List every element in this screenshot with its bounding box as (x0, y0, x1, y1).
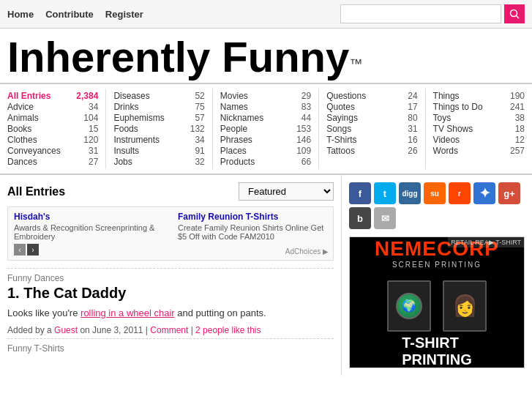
entry-body-post: and putting on pants. (175, 307, 266, 318)
cat-videos: Videos12 (433, 135, 525, 145)
entry-1-category: Funny Dances (7, 273, 334, 283)
entry-1: Funny Dances 1. The Cat Daddy Looks like… (7, 268, 334, 335)
entries-section-title: All Entries (7, 185, 65, 198)
cat-tshirts: T-Shirts16 (326, 135, 417, 145)
cat-words: Words257 (433, 146, 525, 156)
social-reddit[interactable]: r (449, 182, 471, 204)
ad-link-2[interactable]: Family Reunion T-Shirts (178, 212, 278, 222)
sort-dropdown[interactable]: Featured (239, 182, 334, 201)
cat-products: Products66 (220, 157, 311, 167)
social-facebook[interactable]: f (349, 182, 371, 204)
cat-names: Names83 (220, 102, 311, 112)
cat-clothes: Clothes120 (7, 135, 98, 145)
cat-movies: Movies29 (220, 91, 311, 101)
social-delicious[interactable]: ✦ (473, 182, 495, 204)
nav-register[interactable]: Register (105, 9, 143, 20)
cat-col-5: Things190 Things to Do241 Toys38 TV Show… (426, 89, 532, 169)
cat-instruments: Instruments34 (113, 135, 204, 145)
entry-meta-comment-link[interactable]: Comment (150, 325, 188, 335)
logo-tm: ™ (349, 56, 362, 71)
social-email[interactable]: ✉ (374, 207, 396, 229)
svg-point-0 (511, 10, 517, 17)
ad-choices-label[interactable]: AdChoices ▶ (285, 247, 329, 256)
right-sidebar: f t digg su r ✦ g+ b ✉ RETAIL REA▶ T-SHI… (342, 175, 532, 376)
cat-nicknames: Nicknames44 (220, 113, 311, 123)
ad-desc-2: Create Family Reunion Shirts Online Get … (178, 223, 327, 241)
logo-area: Inherently Funny™ (0, 29, 532, 84)
social-stumbleupon[interactable]: su (424, 182, 446, 204)
cat-tv-shows: TV Shows18 (433, 124, 525, 134)
cat-dances: Dances27 (7, 157, 98, 167)
entry-1-meta: Added by a Guest on June 3, 2011 | Comme… (7, 325, 334, 335)
ad-col-2: Family Reunion T-Shirts Create Family Re… (178, 212, 327, 241)
site-logo-title: Inherently Funny (7, 33, 349, 81)
cat-things: Things190 (433, 91, 525, 101)
cat-books: Books15 (7, 124, 98, 134)
entry-1-number: 1. (7, 285, 20, 301)
cat-things-to-do: Things to Do241 (433, 102, 525, 112)
search-area (340, 4, 525, 23)
nav-contribute[interactable]: Contribute (45, 9, 94, 20)
search-input[interactable] (340, 4, 501, 23)
cat-all-entries: All Entries 2,384 (7, 91, 98, 101)
cat-foods: Foods132 (113, 124, 204, 134)
cat-col-4: Questions24 Quotes17 Sayings80 Songs31 T… (319, 89, 425, 169)
entry-meta-author[interactable]: Guest (54, 325, 78, 335)
nav-links: Home Contribute Register (7, 9, 143, 20)
main-area: All Entries Featured Hisdah's Awards & R… (0, 175, 532, 376)
entry-body-pre: Looks like you're (7, 307, 80, 318)
entry-1-title: 1. The Cat Daddy (7, 285, 334, 302)
cat-diseases: Diseases52 (113, 91, 204, 101)
cat-col-1: All Entries 2,384 Advice34 Animals104 Bo… (0, 89, 106, 169)
categories-section: All Entries 2,384 Advice34 Animals104 Bo… (0, 84, 532, 175)
entry-meta-date: on June 3, 2011 (78, 325, 143, 335)
cat-jobs: Jobs32 (113, 157, 204, 167)
ad-columns: Hisdah's Awards & Recognition Screenprin… (14, 212, 327, 241)
cat-conveyances: Conveyances31 (7, 146, 98, 156)
ad-col-1: Hisdah's Awards & Recognition Screenprin… (14, 212, 163, 241)
cat-songs: Songs31 (326, 124, 417, 134)
cat-animals: Animals104 (7, 113, 98, 123)
social-icons-row: f t digg su r ✦ g+ b ✉ (349, 182, 525, 229)
social-buzz[interactable]: b (349, 207, 371, 229)
top-nav: Home Contribute Register (0, 0, 532, 29)
cat-quotes: Quotes17 (326, 102, 417, 112)
entry-2-category: Funny T-Shirts (7, 343, 334, 354)
cat-tattoos: Tattoos26 (326, 146, 417, 156)
social-googleplus[interactable]: g+ (498, 182, 520, 204)
ad-next-button[interactable]: › (27, 244, 39, 256)
left-content: All Entries Featured Hisdah's Awards & R… (0, 175, 342, 376)
ad-tshirt-label: T-SHIRTPRINTING (402, 335, 472, 368)
search-icon (509, 9, 520, 19)
ad-link-1[interactable]: Hisdah's (14, 212, 50, 222)
cat-col-3: Movies29 Names83 Nicknames44 People153 P… (213, 89, 319, 169)
cat-places: Places109 (220, 146, 311, 156)
cat-advice: Advice34 (7, 102, 98, 112)
cat-euphemisms: Euphemisms57 (113, 113, 204, 123)
cat-drinks: Drinks75 (113, 102, 204, 112)
ad-banner-retail-label: RETAIL REA▶ T-SHIRT (448, 237, 524, 247)
cat-col-2: Diseases52 Drinks75 Euphemisms57 Foods13… (106, 89, 212, 169)
ad-desc-1: Awards & Recognition Screenprinting & Em… (14, 223, 163, 241)
svg-line-1 (517, 16, 520, 19)
entry-meta-likes-link[interactable]: 2 people like this (195, 325, 261, 335)
nav-home[interactable]: Home (7, 9, 34, 20)
entry-1-body: Looks like you're rolling in a wheel cha… (7, 306, 334, 321)
entry-meta-added-label: Added by a (7, 325, 54, 335)
ad-area: Hisdah's Awards & Recognition Screenprin… (7, 206, 334, 261)
ad-prev-button[interactable]: ‹ (14, 244, 26, 256)
search-button[interactable] (504, 4, 525, 23)
social-twitter[interactable]: t (374, 182, 396, 204)
social-digg[interactable]: digg (399, 182, 421, 204)
cat-insults: Insults91 (113, 146, 204, 156)
entry-body-link[interactable]: rolling in a wheel chair (80, 307, 175, 318)
cat-phrases: Phrases146 (220, 135, 311, 145)
entries-header: All Entries Featured (7, 182, 334, 201)
entry-1-name: The Cat Daddy (23, 285, 126, 301)
cat-questions: Questions24 (326, 91, 417, 101)
cat-people: People153 (220, 124, 311, 134)
ad-banner[interactable]: RETAIL REA▶ T-SHIRT NEMECORP SCREEN PRIN… (349, 236, 525, 368)
ad-navigation: ‹ › (14, 244, 327, 256)
cat-sayings: Sayings80 (326, 113, 417, 123)
ad-nemecorp-sub: SCREEN PRINTING (392, 261, 482, 269)
